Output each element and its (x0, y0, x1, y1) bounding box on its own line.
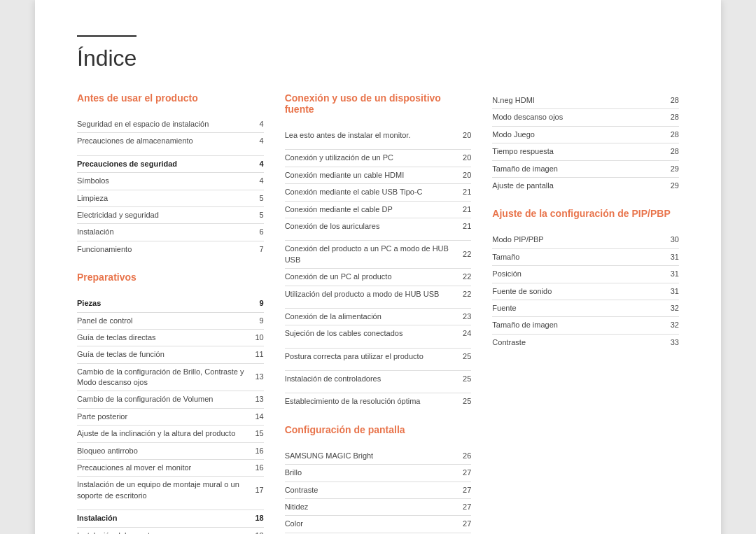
table-row: Ajuste de pantalla29 (492, 177, 679, 194)
row-label: Utilización del producto a modo de HUB U… (285, 286, 457, 302)
row-label: Ajuste de pantalla (492, 177, 664, 194)
row-label: N.neg HDMI (492, 92, 664, 109)
row-number: 25 (457, 348, 471, 365)
table-row: Piezas9 (77, 295, 264, 312)
row-number: 4 (250, 116, 264, 133)
row-number: 25 (457, 393, 471, 410)
row-number: 33 (665, 334, 679, 351)
toc-table: SAMSUNG MAGIC Bright26Brillo27Contraste2… (285, 448, 472, 534)
row-number: 14 (249, 408, 263, 425)
row-number: 31 (665, 248, 679, 265)
table-row: Panel de control9 (77, 312, 264, 329)
table-row: Fuente de sonido31 (492, 283, 679, 300)
row-label: Conexión y utilización de un PC (285, 150, 457, 167)
row-label: Cambio de la configuración de Brillo, Co… (77, 363, 249, 391)
section-title: Conexión y uso de un dispositivo fuente (285, 92, 472, 120)
table-row: Fuente32 (492, 300, 679, 316)
table-row: Precauciones de almacenamiento4 (77, 133, 264, 150)
row-number: 4 (250, 173, 264, 190)
table-row: Ajuste de la inclinación y la altura del… (77, 426, 264, 442)
section-0-0: Antes de usar el productoSeguridad en el… (77, 92, 264, 258)
table-row: Posición31 (492, 266, 679, 283)
row-label: Panel de control (77, 312, 249, 329)
table-row: SAMSUNG MAGIC Bright26 (285, 448, 472, 465)
column-2: N.neg HDMI28Modo descanso ojos28Modo Jue… (492, 92, 679, 534)
table-row: Instalación6 (77, 224, 264, 241)
row-label: Funcionamiento (77, 241, 250, 258)
row-number: 11 (249, 346, 263, 363)
row-number: 18 (249, 510, 263, 527)
table-row: Modo Juego28 (492, 126, 679, 143)
section-2-1: Ajuste de la configuración de PIP/PBPMod… (492, 208, 679, 351)
row-number: 31 (665, 283, 679, 300)
table-row: Limpieza5 (77, 190, 264, 206)
row-number: 28 (665, 92, 679, 109)
row-number: 23 (457, 308, 471, 325)
row-label: Posición (492, 266, 664, 283)
column-0: Antes de usar el productoSeguridad en el… (77, 92, 264, 534)
row-number: 16 (249, 442, 263, 459)
table-row: Lea esto antes de instalar el monitor.20 (285, 127, 472, 143)
table-row: Conexión mediante un cable HDMI20 (285, 167, 472, 183)
table-row: Conexión mediante el cable DP21 (285, 201, 472, 218)
section-1-0: Conexión y uso de un dispositivo fuenteL… (285, 92, 472, 410)
table-row: Instalación18 (77, 510, 264, 527)
row-label: Fuente (492, 300, 664, 316)
row-number: 17 (249, 477, 263, 504)
row-label: Conexión de la alimentación (285, 308, 457, 325)
row-label: Guía de teclas de función (77, 346, 249, 363)
table-row: Conexión del producto a un PC a modo de … (285, 241, 472, 269)
section-title: Ajuste de la configuración de PIP/PBP (492, 208, 679, 225)
row-label: Tiempo respuesta (492, 143, 664, 160)
table-row: Precauciones al mover el monitor16 (77, 460, 264, 477)
row-label: Tamaño de imagen (492, 160, 664, 177)
toc-table: Seguridad en el espacio de instalación4P… (77, 116, 264, 258)
row-label: Precauciones al mover el monitor (77, 460, 249, 477)
row-label: Conexión de un PC al producto (285, 269, 457, 286)
column-1: Conexión y uso de un dispositivo fuenteL… (285, 92, 472, 534)
row-label: Piezas (77, 295, 249, 312)
row-number: 7 (250, 241, 264, 258)
row-label: Bloqueo antirrobo (77, 442, 249, 459)
row-label: Modo Juego (492, 126, 664, 143)
row-label: Conexión mediante el cable USB Tipo-C (285, 184, 457, 201)
row-label: Tamaño (492, 248, 664, 265)
table-row: Brillo27 (285, 465, 472, 482)
row-label: Instalación de un equipo de montaje mura… (77, 477, 249, 504)
table-row: Cambio de la configuración de Brillo, Co… (77, 363, 264, 391)
row-number: 13 (249, 391, 263, 408)
row-label: Color (285, 516, 457, 533)
row-label: Ajuste de la inclinación y la altura del… (77, 426, 249, 442)
row-number: 29 (665, 177, 679, 194)
table-row: Tiempo respuesta28 (492, 143, 679, 160)
row-label: Nitidez (285, 499, 457, 516)
table-row: Guía de teclas de función11 (77, 346, 264, 363)
row-label: Instalación del soporte (77, 527, 249, 534)
row-label: Símbolos (77, 173, 250, 190)
row-number: 5 (250, 190, 264, 206)
row-label: Electricidad y seguridad (77, 206, 250, 223)
row-number: 4 (250, 133, 264, 150)
table-row: Instalación de un equipo de montaje mura… (77, 477, 264, 504)
row-number: 21 (457, 184, 471, 201)
row-number: 9 (249, 312, 263, 329)
row-number: 32 (665, 317, 679, 334)
table-row: Modo PIP/PBP30 (492, 232, 679, 248)
row-number: 28 (665, 109, 679, 126)
toc-table: Lea esto antes de instalar el monitor.20… (285, 127, 472, 410)
table-row: Contraste33 (492, 334, 679, 351)
table-row: Precauciones de seguridad4 (77, 155, 264, 172)
row-number: 27 (457, 499, 471, 516)
table-row: Establecimiento de la resolución óptima2… (285, 393, 472, 410)
row-number: 10 (249, 329, 263, 346)
row-label: Lea esto antes de instalar el monitor. (285, 127, 457, 143)
table-row: Conexión de la alimentación23 (285, 308, 472, 325)
row-number: 22 (457, 286, 471, 302)
table-row: Electricidad y seguridad5 (77, 206, 264, 223)
table-row: Sujeción de los cables conectados24 (285, 325, 472, 342)
row-label: Cambio de la configuración de Volumen (77, 391, 249, 408)
row-number: 29 (665, 160, 679, 177)
row-label: Modo PIP/PBP (492, 232, 664, 248)
row-number: 20 (457, 167, 471, 183)
row-label: Conexión de los auriculares (285, 218, 457, 234)
